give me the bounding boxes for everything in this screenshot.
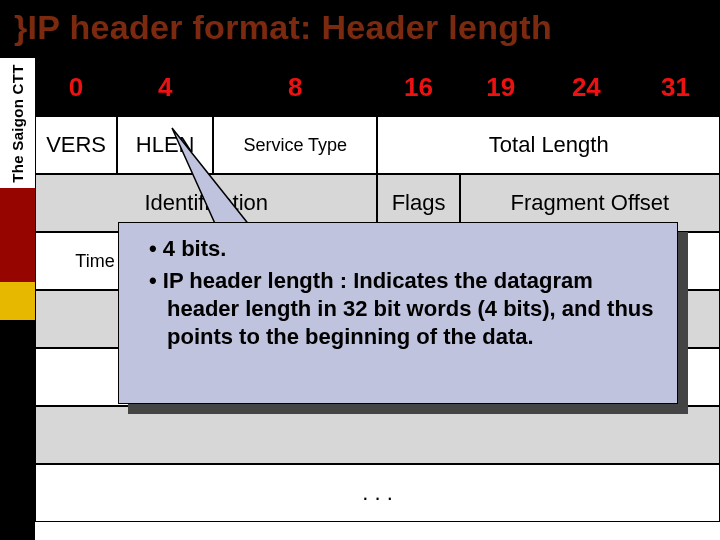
slide: }IP header format: Header length The Sai… xyxy=(0,0,720,540)
row-6 xyxy=(35,406,720,464)
sidebar-org-label: The Saigon CTT xyxy=(9,64,26,182)
sidebar-stripe-black xyxy=(0,320,35,540)
row-ellipsis: . . . xyxy=(35,464,720,522)
bit-8: 8 xyxy=(213,58,377,116)
ellipsis: . . . xyxy=(35,464,720,522)
field-blank-4 xyxy=(35,406,720,464)
bit-4: 4 xyxy=(117,58,213,116)
callout-bullet-2: IP header length : Indicates the datagra… xyxy=(143,267,661,351)
callout-box: 4 bits. IP header length : Indicates the… xyxy=(118,222,678,404)
callout-list: 4 bits. IP header length : Indicates the… xyxy=(143,235,661,352)
callout-bullet-1: 4 bits. xyxy=(143,235,661,263)
bit-31: 31 xyxy=(631,58,720,116)
title-bar: }IP header format: Header length xyxy=(0,0,720,58)
bit-scale-row: 0 4 8 16 19 24 31 xyxy=(35,58,720,116)
sidebar-stripe-yellow xyxy=(0,282,35,320)
sidebar-stripe-red xyxy=(0,188,35,282)
slide-title: }IP header format: Header length xyxy=(14,8,552,47)
bit-24: 24 xyxy=(542,58,631,116)
title-text: IP header format: Header length xyxy=(28,8,552,46)
field-vers: VERS xyxy=(35,116,117,174)
bit-16: 16 xyxy=(377,58,459,116)
row-1: VERS HLEN Service Type Total Length xyxy=(35,116,720,174)
field-total-length: Total Length xyxy=(377,116,720,174)
bit-0: 0 xyxy=(35,58,117,116)
title-bullet: } xyxy=(14,8,28,46)
bit-19: 19 xyxy=(460,58,542,116)
sidebar-org-block: The Saigon CTT xyxy=(0,58,36,188)
